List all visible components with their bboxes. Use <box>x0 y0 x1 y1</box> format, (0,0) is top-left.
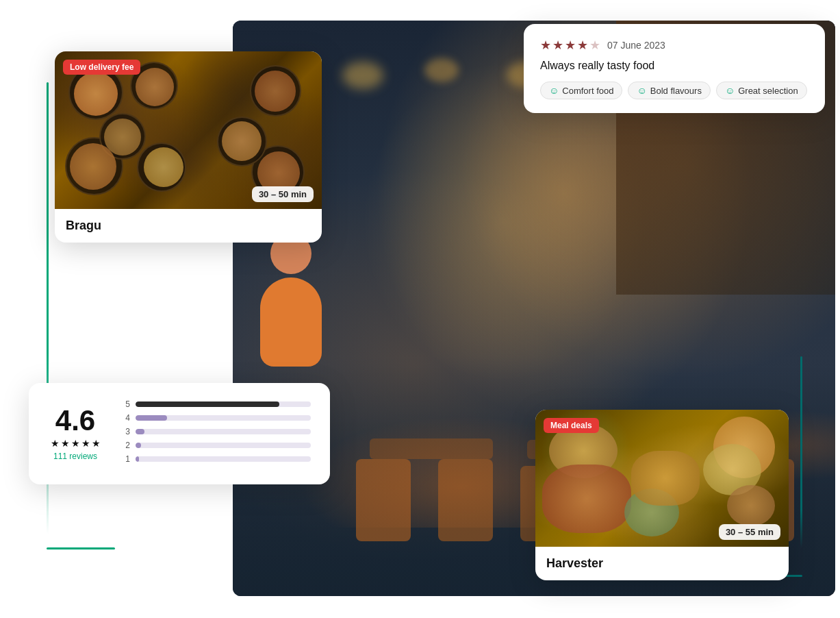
card-rating: 4.6 ★ ★ ★ ★ ★ 111 reviews 5 4 <box>29 383 330 484</box>
bar-label-2: 2 <box>123 441 130 450</box>
star-1: ★ <box>540 38 551 53</box>
tag-comfort-food: ☺ Comfort food <box>540 82 622 99</box>
harvester-image: Meal deals 30 – 55 min <box>535 410 789 547</box>
bar-label-4: 4 <box>123 413 130 423</box>
card-harvester[interactable]: Meal deals 30 – 55 min Harvester <box>535 410 789 580</box>
bar-row-1: 1 <box>123 454 311 464</box>
review-date: 07 June 2023 <box>607 40 665 51</box>
star-5: ★ <box>589 38 600 53</box>
bar-track-4 <box>136 415 311 421</box>
deco-line-right <box>800 356 802 548</box>
star-4: ★ <box>577 38 588 53</box>
review-tags: ☺ Comfort food ☺ Bold flavours ☺ Great s… <box>540 82 809 99</box>
bar-label-3: 3 <box>123 427 130 436</box>
rating-number: 4.6 <box>55 406 95 435</box>
rating-score-section: 4.6 ★ ★ ★ ★ ★ 111 reviews <box>48 406 103 461</box>
tag-bold-label: Bold flavours <box>650 86 702 96</box>
low-delivery-badge: Low delivery fee <box>63 60 140 75</box>
bar-track-1 <box>136 456 311 462</box>
tag-bold-flavours: ☺ Bold flavours <box>628 82 710 99</box>
rating-bars-section: 5 4 3 2 <box>123 399 311 468</box>
bar-track-2 <box>136 443 311 448</box>
tag-selection-icon: ☺ <box>725 85 735 96</box>
bar-label-1: 1 <box>123 454 130 464</box>
bar-track-5 <box>136 401 311 407</box>
tag-comfort-icon: ☺ <box>549 85 559 96</box>
bar-row-2: 2 <box>123 441 311 450</box>
harvester-delivery-time: 30 – 55 min <box>719 524 780 540</box>
harvester-info: Harvester <box>535 547 789 580</box>
rating-star-2: ★ <box>61 438 70 449</box>
bar-fill-4 <box>136 415 167 421</box>
bragu-image: Low delivery fee 30 – 50 min <box>55 51 322 209</box>
main-scene: Low delivery fee 30 – 50 min Bragu ★ ★ ★… <box>0 0 840 618</box>
review-header: ★ ★ ★ ★ ★ 07 June 2023 <box>540 38 809 53</box>
star-2: ★ <box>552 38 563 53</box>
meal-deals-badge: Meal deals <box>544 418 599 433</box>
star-3: ★ <box>565 38 576 53</box>
rating-star-4: ★ <box>81 438 90 449</box>
deco-line-bottom <box>47 547 115 549</box>
rating-star-3: ★ <box>71 438 80 449</box>
bar-fill-5 <box>136 401 279 407</box>
review-text: Always really tasty food <box>540 60 809 72</box>
bar-label-5: 5 <box>123 399 130 409</box>
bar-row-3: 3 <box>123 427 311 436</box>
card-bragu[interactable]: Low delivery fee 30 – 50 min Bragu <box>55 51 322 243</box>
bar-fill-1 <box>136 456 139 462</box>
tag-great-selection: ☺ Great selection <box>716 82 807 99</box>
harvester-name: Harvester <box>546 556 778 571</box>
bar-row-4: 4 <box>123 413 311 423</box>
bragu-delivery-time: 30 – 50 min <box>252 186 314 202</box>
rating-star-5: ★ <box>92 438 101 449</box>
bar-fill-3 <box>136 429 144 434</box>
bar-fill-2 <box>136 443 141 448</box>
bar-row-5: 5 <box>123 399 311 409</box>
review-stars-row: ★ ★ ★ ★ ★ <box>540 38 600 53</box>
bar-track-3 <box>136 429 311 434</box>
card-review: ★ ★ ★ ★ ★ 07 June 2023 Always really tas… <box>524 24 825 113</box>
tag-selection-label: Great selection <box>738 86 798 96</box>
bragu-info: Bragu <box>55 209 322 243</box>
tag-bold-icon: ☺ <box>637 85 646 96</box>
tag-comfort-label: Comfort food <box>562 86 613 96</box>
bragu-name: Bragu <box>66 219 311 233</box>
rating-star-1: ★ <box>51 438 60 449</box>
rating-stars-row: ★ ★ ★ ★ ★ <box>51 438 101 449</box>
rating-reviews-count: 111 reviews <box>53 452 97 461</box>
